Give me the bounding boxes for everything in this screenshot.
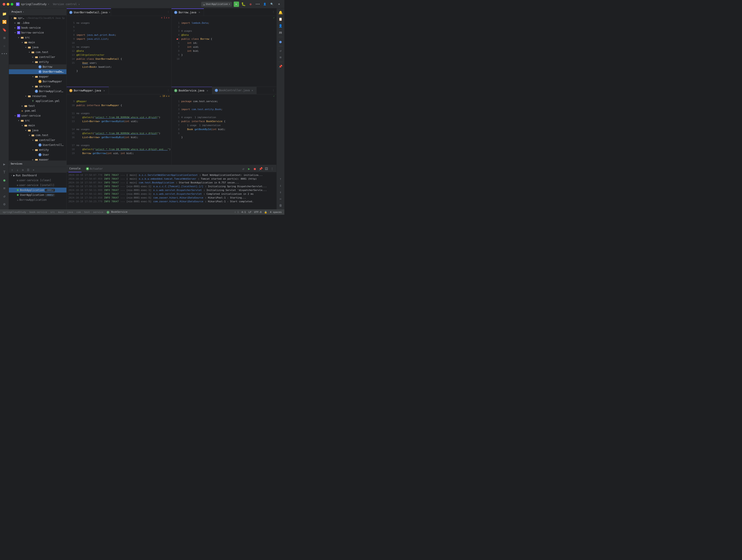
tree-item-root[interactable]: ▾ springCloudStudy ~/Desktop/CS/JavaEE/6…	[9, 15, 66, 20]
rt-scroll-end-btn[interactable]: ↕	[277, 189, 284, 195]
project-selector[interactable]: SC springCloudStudy ▾	[16, 2, 49, 6]
console-stop-btn[interactable]: ■	[252, 166, 257, 171]
tree-item-book-service[interactable]: ▶ b book-service	[9, 25, 66, 30]
console-run-btn[interactable]: ▶	[247, 166, 252, 171]
activity-bookmarks2-icon[interactable]: ☆	[1, 42, 8, 49]
tree-item-borrow-pom[interactable]: ▶ m pom.xml	[9, 108, 66, 113]
breadcrumb-book-service[interactable]: book-service	[30, 211, 47, 214]
services-up-btn[interactable]: ↑	[10, 167, 15, 172]
coverage-button[interactable]: ⊙	[248, 2, 253, 7]
breadcrumb-com[interactable]: com	[76, 211, 81, 214]
activity-dots-icon[interactable]: •••	[1, 50, 8, 57]
tab-close-book-controller[interactable]: ×	[251, 89, 254, 92]
rt-m-btn[interactable]: m	[277, 29, 284, 36]
tree-item-borrow-yaml[interactable]: ▶ Y application.yml	[9, 99, 66, 104]
activity-refresh-icon[interactable]: ↺	[1, 192, 8, 200]
tree-item-borrow-com[interactable]: ▾ com.test	[9, 50, 66, 55]
tree-item-user-com[interactable]: ▾ com.test	[9, 133, 66, 138]
service-item-book-app[interactable]: ▶ BookApplication :8081/	[9, 188, 66, 192]
activity-bookmarks-icon[interactable]: 🔖	[1, 26, 8, 33]
breadcrumb-main[interactable]: main	[58, 211, 64, 214]
breadcrumb-bookservice[interactable]: I BookService	[107, 211, 127, 214]
tree-item-borrow-class[interactable]: ▶ C Borrow	[9, 64, 66, 69]
tree-item-user-service[interactable]: ▾ u user-service	[9, 113, 66, 118]
editor-menu-btn-tl[interactable]: ⋮	[165, 11, 171, 13]
tree-item-borrow-entity[interactable]: ▾ entity	[9, 59, 66, 64]
service-item-user-install[interactable]: ▶ m user-service [install]	[9, 183, 66, 188]
tree-item-borrow-test[interactable]: ▶ test	[9, 104, 66, 108]
tab-close-borrow-mapper[interactable]: ×	[102, 89, 106, 92]
tree-item-borrow-mapper-class[interactable]: ▶ I BorrowMapper	[9, 79, 66, 84]
tab-borrow[interactable]: C Borrow.java ×	[171, 8, 204, 16]
rt-scroll-up-btn[interactable]: ↑	[277, 176, 284, 182]
settings-icon[interactable]: ⚙	[276, 2, 282, 7]
services-group-btn[interactable]: ☰	[26, 167, 31, 172]
tree-item-borrow-resources[interactable]: ▾ resources	[9, 94, 66, 99]
app-run-config[interactable]: ☕ UserApplication ▾	[201, 2, 232, 7]
tree-item-user-java[interactable]: ▾ java	[9, 128, 66, 133]
actuator-tab[interactable]: ● Actuator	[85, 165, 104, 172]
rt-notification-btn[interactable]: 🔔	[277, 9, 284, 15]
activity-run-icon[interactable]: ▶	[1, 161, 8, 168]
tab-book-service[interactable]: I BookService.java ×	[171, 87, 212, 94]
status-position[interactable]: 4:1	[242, 211, 246, 214]
services-filter-btn[interactable]: ⊙	[20, 167, 25, 172]
tree-item-user-controller[interactable]: ▾ controller	[9, 138, 66, 143]
tree-item-borrow-java[interactable]: ▾ java	[9, 45, 66, 50]
maximize-window-button[interactable]	[11, 3, 13, 6]
rt-trash-btn[interactable]: 🗑	[277, 202, 284, 209]
tab-userborrow-detail[interactable]: C UserBorrowDetail.java ×	[67, 8, 111, 16]
tab-borrow-mapper[interactable]: I BorrowMapper.java ×	[67, 87, 109, 94]
version-control-button[interactable]: Version control ▾	[53, 3, 80, 6]
activity-settings2-icon[interactable]: ⚙	[1, 201, 8, 208]
breadcrumb-src[interactable]: src	[50, 211, 55, 214]
service-item-user-clean[interactable]: ▶ m user-service [clean]	[9, 178, 66, 183]
rt-bookmark-btn[interactable]: 👤	[277, 23, 284, 29]
more-actions-button[interactable]: •••	[255, 2, 260, 7]
rt-indent-btn[interactable]: ↔	[277, 195, 284, 202]
rt-history-btn[interactable]: ↺	[277, 48, 284, 54]
editor-menu-btn-tr[interactable]: ⋮	[270, 11, 276, 13]
nav-up-bl[interactable]: ∧	[166, 95, 167, 97]
activity-terminal-icon[interactable]: T	[1, 169, 8, 176]
tree-item-borrow-app[interactable]: ▶ C BorrowApplication	[9, 89, 66, 94]
tree-item-borrow-service[interactable]: ▾ b borrow-service	[9, 30, 66, 35]
tree-item-borrow-main[interactable]: ▾ main	[9, 40, 66, 45]
minimize-window-button[interactable]	[7, 3, 9, 6]
search-button[interactable]: 🔍	[269, 2, 275, 7]
nav-dn-bl[interactable]: ∨	[168, 95, 169, 97]
tree-item-idea[interactable]: ▶ .idea	[9, 20, 66, 25]
tab-close-ubdetail[interactable]: ×	[109, 11, 110, 14]
activity-plugin-icon[interactable]: ●	[1, 176, 8, 184]
tab-close-book-service[interactable]: ×	[206, 89, 209, 92]
tab-close-borrow[interactable]: ×	[198, 11, 201, 14]
tree-item-user-class[interactable]: ▶ C User	[9, 152, 66, 157]
console-tab[interactable]: Console	[68, 165, 82, 172]
tree-item-borrow-detail[interactable]: ▶ C UserBorrowDetail	[9, 69, 66, 74]
activity-list-icon[interactable]: ≡	[1, 184, 8, 191]
console-refresh-btn[interactable]: ↺	[241, 166, 246, 171]
tree-item-borrow-src[interactable]: ▾ src	[9, 35, 66, 40]
status-line-ending[interactable]: LF	[249, 211, 252, 214]
close-window-button[interactable]	[3, 3, 5, 6]
editor-menu-btn-bl[interactable]: ⋮	[165, 89, 171, 92]
account-button[interactable]: 👤	[262, 2, 267, 7]
tree-item-borrow-controller[interactable]: ▶ controller	[9, 55, 66, 59]
debug-button[interactable]: 🐛	[241, 2, 246, 7]
run-button[interactable]: ▶	[234, 2, 239, 7]
nav-dn-tl[interactable]: ∨	[168, 16, 169, 19]
service-item-borrow-app[interactable]: ▶ ☕ BorrowApplication	[9, 198, 66, 202]
status-encoding[interactable]: UTF-8	[254, 211, 261, 214]
console-more-btn[interactable]: ⋮	[270, 166, 275, 171]
rt-diff-btn[interactable]: ⊞	[277, 54, 284, 60]
rt-scroll-down-btn[interactable]: ↓	[277, 182, 284, 188]
editor-menu-btn-br[interactable]: ⋮	[270, 89, 276, 92]
breadcrumb-service[interactable]: service	[93, 211, 103, 214]
tree-item-user-entity[interactable]: ▾ entity	[9, 148, 66, 152]
tree-item-user-src[interactable]: ▾ src	[9, 118, 66, 123]
breadcrumb-java[interactable]: java	[67, 211, 73, 214]
services-dashboard[interactable]: ▾ ▶ Run Dashboard	[9, 173, 66, 178]
tree-item-user-ctrl[interactable]: ▶ C UserController	[9, 143, 66, 148]
tree-item-borrow-service-pkg[interactable]: ▶ service	[9, 84, 66, 89]
tree-item-user-mapper[interactable]: ▶ mapper	[9, 157, 66, 161]
